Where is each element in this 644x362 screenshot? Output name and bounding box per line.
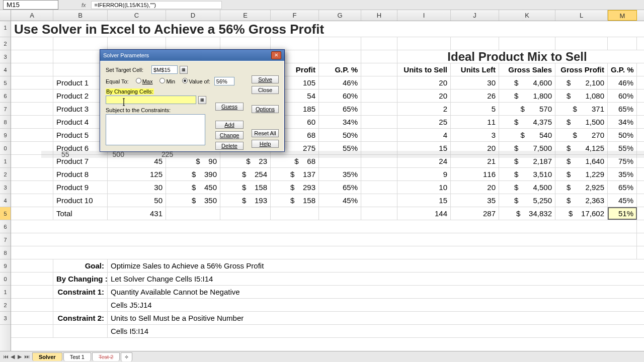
profit-val: $ 158 — [271, 194, 319, 207]
col-D[interactable]: D — [166, 10, 220, 21]
tab-test2[interactable]: Test 2 — [92, 352, 120, 361]
fx-icon[interactable]: fx — [82, 2, 86, 8]
row-headers: 1 2 3 4 5 6 7 8 9 0 1 2 3 4 5 6 7 8 9 0 … — [0, 21, 11, 353]
residual-row-6: 55 500 225 — [41, 151, 644, 158]
col-L[interactable]: L — [555, 10, 608, 21]
gp-val: 34% — [319, 116, 361, 128]
row-hdr[interactable]: 6 — [0, 220, 11, 233]
name-box[interactable] — [3, 0, 58, 10]
sheet-tabs: ⏮ ◀ ▶ ⏭ Solver Test 1 Test 2 ✧ — [0, 351, 644, 362]
col-J[interactable]: J — [451, 10, 499, 21]
row-hdr[interactable]: 5 — [0, 76, 11, 89]
row-hdr[interactable]: 6 — [0, 89, 11, 103]
col-H[interactable]: H — [361, 10, 397, 21]
tab-nav-prev-icon[interactable]: ◀ — [9, 353, 16, 360]
row-hdr[interactable]: 0 — [0, 273, 11, 286]
constraints-list[interactable] — [106, 114, 205, 145]
gross-profit-val: $ 2,363 — [555, 194, 608, 207]
col-F[interactable]: F — [271, 10, 319, 21]
row-hdr[interactable]: 7 — [0, 233, 11, 246]
hdr-gross-profit: Gross Profit — [555, 63, 608, 76]
ref-picker-icon[interactable]: ▦ — [198, 96, 206, 104]
row-hdr[interactable]: 4 — [0, 63, 11, 76]
goal-label: Goal: — [53, 259, 108, 272]
row-hdr[interactable]: 1 — [0, 286, 11, 299]
guess-button[interactable]: Guess — [215, 103, 244, 111]
row-hdr[interactable]: 9 — [0, 259, 11, 273]
radio-min[interactable] — [159, 78, 165, 83]
row-hdr[interactable]: 7 — [0, 103, 11, 116]
rgp-val: 34% — [608, 116, 637, 128]
profit-val: $ 137 — [271, 168, 319, 180]
col-K[interactable]: K — [499, 10, 555, 21]
close-icon[interactable]: ✕ — [271, 51, 281, 59]
tab-nav-first-icon[interactable]: ⏮ — [2, 353, 9, 360]
rgp-val: 65% — [608, 103, 637, 115]
gross-sales-val: $ 570 — [499, 103, 555, 115]
gross-sales-val: $ 4,500 — [499, 181, 555, 194]
gross-profit-val: $ 1,229 — [555, 168, 608, 180]
close-button[interactable]: Close — [252, 86, 279, 94]
row-hdr[interactable]: 2 — [0, 168, 11, 181]
dialog-titlebar[interactable]: Solver Parameters ✕ — [100, 50, 284, 61]
tab-nav-last-icon[interactable]: ⏭ — [23, 353, 30, 360]
target-cell-input[interactable] — [151, 65, 178, 74]
rgp-val: 45% — [608, 194, 637, 207]
radio-value-of[interactable] — [182, 78, 188, 83]
gross-profit-val: $ 270 — [555, 129, 608, 141]
help-button[interactable]: Help — [252, 140, 279, 148]
row-hdr[interactable]: 4 — [0, 194, 11, 207]
row-hdr[interactable]: 1 — [0, 21, 11, 37]
gross-profit-val: $ 2,925 — [555, 181, 608, 194]
row-hdr[interactable]: 2 — [0, 299, 11, 312]
units-sell-val: 25 — [397, 116, 451, 128]
gross-sales-val: $ 3,510 — [499, 168, 555, 180]
change-button[interactable]: Change — [215, 131, 244, 139]
solver-dialog[interactable]: Solver Parameters ✕ Set Target Cell: ▦ E… — [100, 49, 285, 152]
row-hdr[interactable]: 5 — [0, 207, 11, 220]
col-E[interactable]: E — [220, 10, 271, 21]
value-input[interactable] — [214, 77, 234, 85]
total-gp-selected[interactable]: 51% — [608, 207, 637, 220]
profit-val: $ 293 — [271, 181, 319, 194]
total-prof: $ 17,602 — [555, 207, 608, 220]
value-of-label: Value of: — [189, 78, 210, 84]
units-left-val: 11 — [451, 116, 499, 128]
total-sell: 144 — [397, 207, 451, 220]
changing-cells-input[interactable] — [106, 96, 196, 104]
tab-nav-next-icon[interactable]: ▶ — [16, 353, 23, 360]
tab-test1[interactable]: Test 1 — [63, 352, 91, 361]
row-hdr[interactable]: 3 — [0, 181, 11, 194]
row-hdr[interactable]: 3 — [0, 50, 11, 63]
reset-button[interactable]: Reset All — [252, 129, 279, 137]
row-hdr[interactable]: 1 — [0, 155, 11, 168]
tab-solver[interactable]: Solver — [32, 352, 62, 361]
delete-button[interactable]: Delete — [215, 142, 244, 150]
row-hdr[interactable]: 3 — [0, 312, 11, 325]
by-changing-label: By Changing Cells: — [106, 88, 154, 95]
col-C[interactable]: C — [108, 10, 166, 21]
col-B[interactable]: B — [53, 10, 108, 21]
solve-button[interactable]: Solve — [252, 75, 279, 83]
col-d-val: $ 390 — [166, 168, 220, 180]
ideal-title: Ideal Product Mix to Sell — [397, 50, 637, 63]
gross-sales-val: $ 4,600 — [499, 76, 555, 89]
units-sell-val: 2 — [397, 103, 451, 115]
col-A[interactable]: A — [11, 10, 53, 21]
ref-picker-icon[interactable]: ▦ — [180, 66, 188, 74]
options-button[interactable]: Options — [252, 105, 279, 113]
product-name: Product 8 — [53, 168, 108, 180]
row-hdr[interactable]: 8 — [0, 116, 11, 129]
col-I[interactable]: I — [397, 10, 451, 21]
rgp-val: 65% — [608, 181, 637, 194]
formula-input[interactable]: =IFERROR((L15/K15),"") — [91, 1, 222, 9]
row-hdr[interactable]: 2 — [0, 37, 11, 50]
col-G[interactable]: G — [319, 10, 361, 21]
new-tab-icon[interactable]: ✧ — [121, 352, 132, 361]
row-hdr[interactable]: 9 — [0, 129, 11, 142]
col-M[interactable]: M — [608, 10, 637, 21]
row-hdr[interactable]: 8 — [0, 246, 11, 259]
row-hdr[interactable]: 0 — [0, 142, 11, 155]
add-button[interactable]: Add — [215, 121, 244, 129]
radio-max[interactable] — [136, 78, 141, 83]
